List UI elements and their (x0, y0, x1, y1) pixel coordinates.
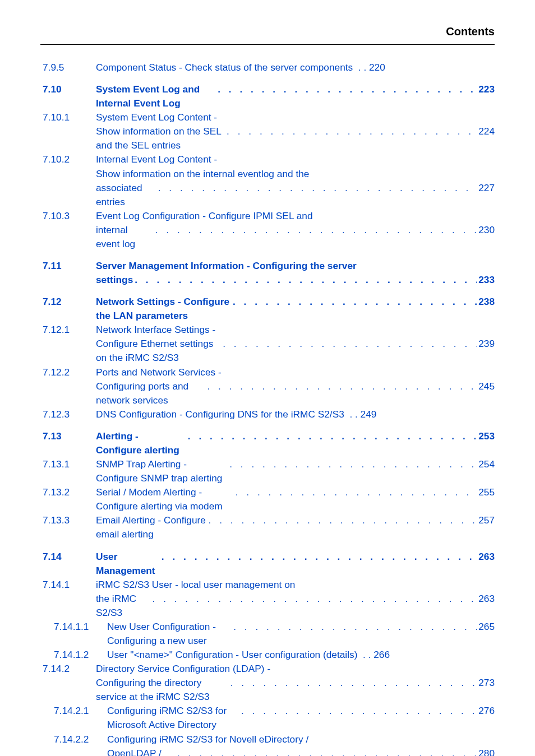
toc-entry-continuation[interactable]: Configuring the directory service at the… (43, 676, 495, 704)
toc-leader: . . . . . . . . . . . . . . . . . . . . … (229, 457, 477, 471)
toc-entry[interactable]: 7.12Network Settings - Configure the LAN… (43, 295, 495, 323)
toc-entry[interactable]: 7.10.2Internal Event Log Content - (43, 152, 495, 166)
toc-number: 7.13.1 (43, 457, 96, 471)
toc-title-col: System Event Log Content - (96, 110, 495, 124)
toc-title: Network Settings - Configure the LAN par… (96, 295, 231, 323)
toc-page: 273 (478, 676, 495, 690)
toc-number: 7.13.3 (43, 513, 96, 527)
toc-entry-continuation[interactable]: Show information on the SEL and the SEL … (43, 124, 495, 152)
toc-page: 245 (478, 379, 495, 393)
toc-entry[interactable]: 7.14.2Directory Service Configuration (L… (43, 662, 495, 676)
toc-title: the iRMC S2/S3 (96, 592, 151, 620)
toc-title: Configuring the directory service at the… (96, 676, 229, 704)
toc-entry[interactable]: 7.14.2.2Configuring iRMC S2/S3 for Novel… (43, 732, 495, 746)
toc-title: Component Status - Check status of the s… (96, 61, 353, 75)
toc-title: Configuring ports and network services (96, 379, 205, 407)
toc-leader: . . . . . . . . . . . . . . . . . . . . … (230, 676, 477, 690)
toc-title-col: New User Configuration - Configuring a n… (107, 620, 495, 648)
toc-number: 7.10 (43, 82, 96, 96)
toc-title-col: Network Interface Settings - (96, 323, 495, 337)
toc-title: User "<name>" Configuration - User confi… (107, 648, 357, 662)
toc-number: 7.14.1 (43, 578, 96, 592)
toc-entry-continuation[interactable]: internal event log. . . . . . . . . . . … (43, 223, 495, 251)
toc-title-col: Configuring iRMC S2/S3 for Microsoft Act… (107, 704, 495, 732)
toc-leader: . . . . . . . . . . . . . . . . . . . . … (177, 746, 477, 756)
toc-leader: . . . . . . . . . . . . . . . . . . . . … (207, 379, 477, 393)
toc-title-col: Component Status - Check status of the s… (96, 61, 495, 75)
toc-number: 7.14.1.2 (43, 648, 107, 662)
toc-leader: . . . . . . . . . . . . . . . . . . . . … (135, 273, 477, 287)
toc-entry[interactable]: 7.13.3Email Alerting - Configure email a… (43, 513, 495, 541)
toc-number: 7.14.2 (43, 662, 96, 676)
toc-page: 280 (478, 746, 495, 756)
toc-entry-continuation[interactable]: associated entries. . . . . . . . . . . … (43, 181, 495, 209)
toc-entry[interactable]: 7.12.1Network Interface Settings - (43, 323, 495, 337)
toc-entry-continuation[interactable]: the iRMC S2/S3. . . . . . . . . . . . . … (43, 592, 495, 620)
toc-page: 265 (478, 620, 495, 634)
toc-entry-continuation[interactable]: OpenLDAP / OpenDS. . . . . . . . . . . .… (43, 746, 495, 756)
toc-title-col: iRMC S2/S3 User - local user management … (96, 578, 495, 592)
toc-page: 220 (369, 61, 385, 75)
toc-title: Ports and Network Services - (96, 365, 222, 379)
toc-title-col: OpenLDAP / OpenDS. . . . . . . . . . . .… (107, 746, 495, 756)
toc-entry[interactable]: 7.11Server Management Information - Conf… (43, 259, 495, 273)
toc-number: 7.14 (43, 550, 96, 564)
toc-entry[interactable]: 7.10System Event Log and Internal Event … (43, 82, 495, 110)
toc-title-col: System Event Log and Internal Event Log.… (96, 82, 495, 110)
toc-page: 227 (478, 181, 495, 195)
toc-entry[interactable]: 7.13.2Serial / Modem Alerting - Configur… (43, 485, 495, 513)
toc-block: 7.13Alerting - Configure alerting. . . .… (43, 429, 495, 542)
toc-entry[interactable]: 7.14.2.1Configuring iRMC S2/S3 for Micro… (43, 704, 495, 732)
toc-entry[interactable]: 7.9.5Component Status - Check status of … (43, 61, 495, 75)
toc-number: 7.10.1 (43, 110, 96, 124)
toc-entry[interactable]: 7.12.2Ports and Network Services - (43, 365, 495, 379)
toc-title: Event Log Configuration - Configure IPMI… (96, 209, 313, 223)
toc-title: Show information on the SEL and the SEL … (96, 124, 225, 152)
toc-block: 7.9.5Component Status - Check status of … (43, 61, 495, 75)
toc-title: Show information on the internal eventlo… (96, 167, 309, 181)
toc-title-col: Alerting - Configure alerting. . . . . .… (96, 429, 495, 457)
toc-leader: . . . . . . . . . . . . . . . . . . . . … (233, 620, 477, 634)
toc-page: 276 (478, 704, 495, 718)
toc-title: internal event log (96, 223, 154, 251)
toc-title: DNS Configuration - Configuring DNS for … (96, 407, 344, 421)
toc-entry[interactable]: 7.13Alerting - Configure alerting. . . .… (43, 429, 495, 457)
toc-title-col: Email Alerting - Configure email alertin… (96, 513, 495, 541)
toc-title-col: Configuring the directory service at the… (96, 676, 495, 704)
toc-entry[interactable]: 7.14.1.2User "<name>" Configuration - Us… (43, 648, 495, 662)
toc-page: 239 (478, 337, 495, 351)
toc-entry-continuation[interactable]: settings. . . . . . . . . . . . . . . . … (43, 273, 495, 287)
toc-title-col: Configure Ethernet settings on the iRMC … (96, 337, 495, 365)
toc-page: 233 (478, 273, 495, 287)
toc-page: 255 (478, 485, 495, 499)
toc-title: iRMC S2/S3 User - local user management … (96, 578, 295, 592)
toc-number: 7.13 (43, 429, 96, 443)
toc-page: 238 (478, 295, 495, 309)
toc-leader: . . . . . . . . . . . . . . . . . . . . … (223, 337, 477, 351)
toc-entry[interactable]: 7.12.3DNS Configuration - Configuring DN… (43, 407, 495, 421)
toc-entry-continuation[interactable]: Show information on the internal eventlo… (43, 167, 495, 181)
toc-title-col: DNS Configuration - Configuring DNS for … (96, 407, 495, 421)
toc-title: Alerting - Configure alerting (96, 429, 186, 457)
toc-leader: . . . . . . . . . . . . . . . . . . . . … (153, 592, 477, 606)
toc-block: 7.10System Event Log and Internal Event … (43, 82, 495, 251)
toc-entry[interactable]: 7.10.3Event Log Configuration - Configur… (43, 209, 495, 223)
toc-title: New User Configuration - Configuring a n… (107, 620, 232, 648)
toc-leader: . . . . . . . . . . . . . . . . . . . . … (233, 295, 477, 309)
toc-page: 230 (478, 223, 495, 237)
toc-title-col: Configuring iRMC S2/S3 for Novell eDirec… (107, 732, 495, 746)
toc-title-col: Server Management Information - Configur… (96, 259, 495, 273)
toc-block: 7.12Network Settings - Configure the LAN… (43, 295, 495, 421)
toc-entry-continuation[interactable]: Configuring ports and network services. … (43, 379, 495, 407)
toc-entry[interactable]: 7.13.1SNMP Trap Alerting - Configure SNM… (43, 457, 495, 485)
toc-leader: . . . . . . . . . . . . . . . . . . . . … (241, 704, 477, 718)
toc-entry[interactable]: 7.14.1.1New User Configuration - Configu… (43, 620, 495, 648)
toc-entry[interactable]: 7.10.1System Event Log Content - (43, 110, 495, 124)
toc-leader: . . . . . . . . . . . . . . . . . . . . … (209, 513, 477, 527)
toc-title-col: settings. . . . . . . . . . . . . . . . … (96, 273, 495, 287)
toc-entry-continuation[interactable]: Configure Ethernet settings on the iRMC … (43, 337, 495, 365)
toc-number: 7.10.2 (43, 152, 96, 166)
toc-entry[interactable]: 7.14.1iRMC S2/S3 User - local user manag… (43, 578, 495, 592)
toc-number: 7.10.3 (43, 209, 96, 223)
toc-entry[interactable]: 7.14User Management. . . . . . . . . . .… (43, 550, 495, 578)
